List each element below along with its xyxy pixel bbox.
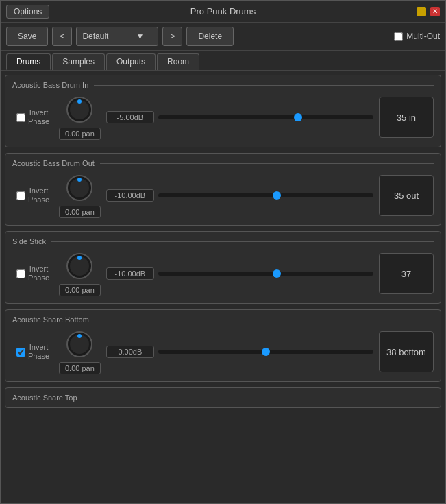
svg-point-8 [77,256,82,260]
tabs-bar: Drums Samples Outputs Room [1,51,445,71]
slider-row-2: -10.00dB [106,267,373,280]
section-label-2: Side Stick [12,237,434,245]
db-label-2: -10.00dB [106,267,154,280]
window-title: Pro Punk Drums [190,6,256,16]
pan-label-1: 0.00 pan [59,206,101,218]
dropdown-arrow-icon: ▼ [136,32,144,41]
save-button[interactable]: Save [6,27,48,46]
options-button[interactable]: Options [6,5,49,19]
volume-area-3: 0.00dB [106,346,373,358]
section-side-stick: Side Stick InvertPhase [5,231,441,304]
svg-point-5 [77,178,82,182]
drum-row-1: InvertPhase 0.00 pan -10.00 [12,173,434,218]
invert-phase-3: InvertPhase [12,343,53,361]
section-acoustic-bass-drum-out: Acoustic Bass Drum Out InvertPhase [5,153,441,226]
section-label-0: Acoustic Bass Drum In [12,81,434,89]
db-label-3: 0.00dB [106,346,154,358]
invert-phase-checkbox-3[interactable] [16,348,25,357]
preset-dropdown[interactable]: Default ▼ [76,27,158,46]
title-bar-left: Options [6,5,49,19]
channel-box-3: 38 bottom [379,331,434,372]
pan-label-3: 0.00 pan [59,362,101,374]
multiout-checkbox[interactable] [394,32,403,41]
volume-knob-3[interactable] [64,329,95,359]
invert-phase-label-3: InvertPhase [28,343,49,361]
tab-room[interactable]: Room [157,53,199,70]
toolbar: Save < Default ▼ > Delete Multi-Out [1,23,445,51]
invert-phase-label-0: InvertPhase [28,108,49,126]
multiout-wrap: Multi-Out [394,32,440,41]
invert-phase-checkbox-wrap-1: InvertPhase [16,187,49,204]
knob-wrap-1: 0.00 pan [59,173,101,218]
pan-label-2: 0.00 pan [59,284,101,296]
close-button[interactable]: ✕ [430,7,440,16]
invert-phase-1: InvertPhase [12,187,53,204]
prev-preset-button[interactable]: < [52,27,72,46]
channel-box-0: 35 in [379,97,434,138]
slider-row-1: -10.00dB [106,189,373,202]
volume-area-1: -10.00dB [106,189,373,202]
invert-phase-checkbox-wrap-2: InvertPhase [16,265,49,283]
minimize-button[interactable]: — [417,7,426,16]
invert-phase-0: InvertPhase [12,108,53,126]
volume-slider-3[interactable] [158,350,373,354]
volume-slider-1[interactable] [158,193,373,197]
knob-wrap-3: 0.00 pan [59,329,101,374]
section-acoustic-snare-bottom: Acoustic Snare Bottom InvertPhase [5,309,441,382]
slider-row-0: -5.00dB [106,111,373,123]
volume-area-2: -10.00dB [106,267,373,280]
db-label-1: -10.00dB [106,189,154,202]
section-label-partial: Acoustic Snare Top [12,394,434,402]
volume-knob-2[interactable] [64,251,95,281]
invert-phase-label-1: InvertPhase [28,187,49,204]
multiout-label: Multi-Out [406,32,440,41]
tab-drums[interactable]: Drums [6,53,51,70]
volume-area-0: -5.00dB [106,111,373,123]
volume-slider-0[interactable] [158,115,373,119]
drum-row-2: InvertPhase 0.00 pan -10.00 [12,251,434,296]
section-acoustic-bass-drum-in: Acoustic Bass Drum In InvertPhase [5,75,441,147]
volume-slider-2[interactable] [158,272,373,276]
channel-box-1: 35 out [379,175,434,216]
invert-phase-checkbox-1[interactable] [16,191,25,200]
invert-phase-checkbox-wrap-3: InvertPhase [16,343,49,361]
tab-samples[interactable]: Samples [52,53,105,70]
tab-outputs[interactable]: Outputs [106,53,156,70]
drum-row-0: InvertPhase 0.00 pan [12,95,434,140]
section-acoustic-snare-top: Acoustic Snare Top [5,387,441,408]
volume-knob-0[interactable] [64,95,95,125]
title-bar-right: — ✕ [417,7,440,16]
svg-point-2 [77,99,82,104]
preset-value: Default [82,32,108,41]
next-preset-button[interactable]: > [162,27,182,46]
invert-phase-checkbox-0[interactable] [16,113,25,122]
invert-phase-checkbox-2[interactable] [16,269,25,278]
knob-wrap-0: 0.00 pan [59,95,101,140]
db-label-0: -5.00dB [106,111,154,123]
invert-phase-2: InvertPhase [12,265,53,283]
knob-wrap-2: 0.00 pan [59,251,101,296]
content-area: Acoustic Bass Drum In InvertPhase [1,71,445,503]
volume-knob-1[interactable] [64,173,95,203]
section-label-1: Acoustic Bass Drum Out [12,159,434,167]
slider-row-3: 0.00dB [106,346,373,358]
invert-phase-checkbox-wrap-0: InvertPhase [16,108,49,126]
title-bar: Options Pro Punk Drums — ✕ [1,1,445,23]
main-window: Options Pro Punk Drums — ✕ Save < Defaul… [0,0,446,504]
delete-button[interactable]: Delete [186,27,234,46]
invert-phase-label-2: InvertPhase [28,265,49,283]
pan-label-0: 0.00 pan [59,128,101,140]
drum-row-3: InvertPhase 0.00 pan 0.00dB [12,329,434,374]
channel-box-2: 37 [379,253,434,294]
section-label-3: Acoustic Snare Bottom [12,315,434,324]
svg-point-11 [77,334,82,338]
